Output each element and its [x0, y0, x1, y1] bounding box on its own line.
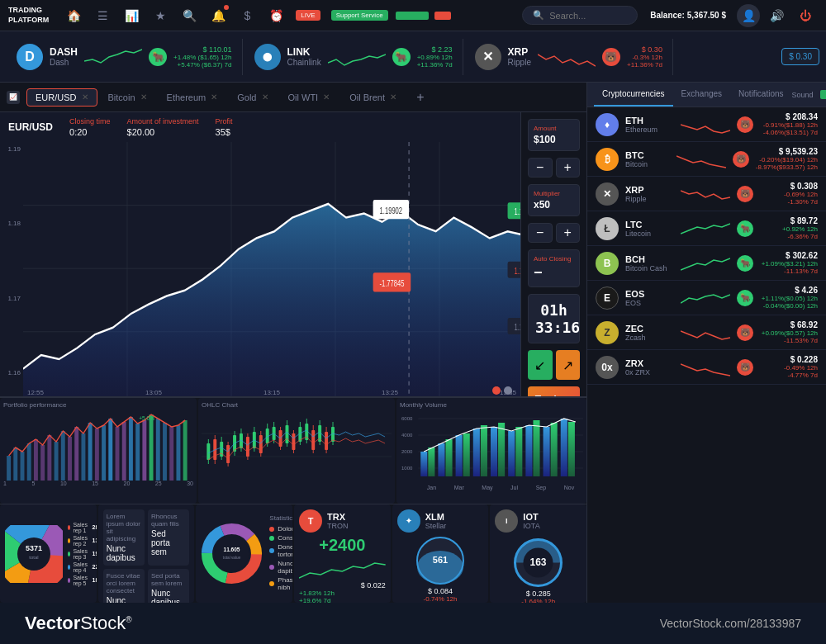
- watermark-left: VectorStock®: [25, 613, 132, 634]
- chart-tabs: 📈 EUR/USD ✕ Bitcoin ✕ Ethereum ✕ Gold ✕: [0, 83, 586, 112]
- iot-icon: I: [495, 509, 518, 533]
- eth-icon: ♦: [596, 113, 619, 136]
- dash-bull-icon: 🐂: [149, 48, 167, 66]
- crypto-item-zec[interactable]: Z ZEC Zcash 🐻 $ 68.92 +0.09%($0.57) 12h …: [587, 315, 826, 350]
- tab-ethereum[interactable]: Ethereum ✕: [158, 88, 227, 107]
- svg-rect-19: [7, 456, 11, 481]
- crypto-item-ltc[interactable]: Ł LTC Litecoin 🐂 $ 89.72 +0.92% 12h -6.3…: [587, 211, 826, 246]
- sell-button[interactable]: ↗: [556, 350, 581, 380]
- amount-increase[interactable]: +: [556, 158, 581, 178]
- ticker-item-xrp[interactable]: ✕ XRP Ripple 🐻 $ 0.30 -0.3% 12h +11.36% …: [465, 39, 673, 75]
- dash-icon: D: [17, 44, 43, 70]
- xlm-icon: ✦: [397, 509, 420, 533]
- crypto-item-eos[interactable]: E EOS EOS 🐂 $ 4.26 +1.11%($0.05) 12h -0.…: [587, 281, 826, 315]
- tab-oil-brent[interactable]: Oil Brent ✕: [340, 88, 406, 107]
- bottom-chart-2-svg: [202, 410, 392, 481]
- svg-rect-113: [561, 419, 567, 476]
- dollar-icon[interactable]: $: [235, 3, 259, 28]
- notification-icon[interactable]: 🔔: [206, 3, 230, 28]
- ltc-bull-icon: 🐂: [737, 220, 753, 237]
- tab-bitcoin-close[interactable]: ✕: [140, 92, 147, 102]
- svg-rect-38: [135, 424, 140, 481]
- ticker-item-dash[interactable]: D DASH Dash 🐂 $ 110.01 +1.48% ($1.65) 12…: [7, 39, 243, 75]
- tab-oil-wti[interactable]: Oil WTI ✕: [279, 88, 339, 107]
- buy-button[interactable]: ↙: [528, 350, 553, 380]
- svg-rect-40: [150, 414, 154, 481]
- zec-sparkline: [681, 323, 730, 343]
- clock-icon[interactable]: ⏰: [263, 3, 288, 28]
- svg-rect-35: [116, 427, 120, 481]
- multiplier-control[interactable]: Multiplier x50: [528, 184, 580, 216]
- search-input[interactable]: [549, 11, 627, 21]
- crypto-item-bch[interactable]: B BCH Bitcoin Cash 🐂 $ 302.62 +1.09%($3.…: [587, 246, 826, 281]
- info-box-2: Rhoncus quam filis Sed porta sem: [148, 509, 189, 566]
- chart-btn-red[interactable]: [492, 386, 501, 395]
- exchange-button[interactable]: Exchange: [528, 386, 580, 396]
- trx-sparkline: [299, 555, 386, 581]
- tab-oil-brent-close[interactable]: ✕: [390, 92, 396, 102]
- chart-btn-grey[interactable]: [504, 386, 512, 395]
- tab-exchanges[interactable]: Exchanges: [673, 83, 730, 107]
- user-avatar[interactable]: 👤: [737, 4, 760, 27]
- home-icon[interactable]: 🏠: [61, 3, 86, 28]
- tab-eurusd-close[interactable]: ✕: [82, 92, 88, 102]
- multiplier-decrease[interactable]: −: [528, 223, 553, 243]
- svg-rect-34: [108, 419, 112, 481]
- tab-gold[interactable]: Gold ✕: [228, 88, 277, 107]
- tab-ethereum-close[interactable]: ✕: [211, 92, 217, 102]
- volume-icon[interactable]: 🔊: [764, 3, 789, 28]
- crypto-item-btc[interactable]: ₿ BTC Bitcoin 🐻 $ 9,539.23 -0.20%($19.04…: [587, 142, 826, 177]
- svg-rect-43: [169, 427, 173, 481]
- link-symbol: LINK: [287, 46, 321, 58]
- x-axis: 12:55 13:05 13:15 13:25 13:35: [23, 389, 520, 396]
- list-icon[interactable]: ☰: [90, 3, 115, 28]
- crypto-item-xrp-sidebar[interactable]: ✕ XRP Ripple 🐻 $ 0.308 -0.69% 12h -1.30%…: [587, 177, 826, 211]
- amount-control[interactable]: Amount $100: [528, 119, 580, 151]
- svg-rect-42: [163, 423, 167, 481]
- svg-text:561: 561: [433, 555, 448, 565]
- tab-cryptocurrencies[interactable]: Cryptocurrencies: [594, 83, 673, 107]
- svg-rect-24: [40, 445, 45, 481]
- svg-rect-32: [95, 429, 99, 481]
- tab-gold-close[interactable]: ✕: [262, 92, 268, 102]
- svg-text:1.18000: 1.18000: [515, 321, 520, 332]
- multiplier-increase[interactable]: +: [556, 223, 581, 243]
- auto-closing-control[interactable]: Auto Closing −: [528, 249, 580, 287]
- ticker-item-link[interactable]: ⬤ LINK Chainlink 🐂 $ 2.23 +0.89% 12h +11…: [244, 39, 463, 75]
- svg-rect-107: [508, 431, 515, 476]
- tab-bitcoin[interactable]: Bitcoin ✕: [99, 88, 156, 107]
- svg-rect-45: [183, 420, 188, 481]
- svg-rect-30: [81, 433, 85, 481]
- chart-view-icon[interactable]: 📈: [7, 91, 20, 104]
- chart-panel: 📈 EUR/USD ✕ Bitcoin ✕ Ethereum ✕ Gold ✕: [0, 83, 586, 603]
- svg-rect-101: [456, 435, 463, 476]
- btc-bear-icon: 🐻: [733, 151, 749, 168]
- amount-decrease[interactable]: −: [528, 158, 553, 178]
- svg-text:-1.77845: -1.77845: [379, 277, 404, 288]
- widget-xlm: ✦ XLM Stellar 561 $ 0.: [392, 504, 489, 603]
- svg-rect-105: [491, 427, 497, 476]
- crypto-item-eth[interactable]: ♦ ETH Ethereum 🐻 $ 208.34 -0.91%($1.88) …: [587, 107, 826, 142]
- tab-eurusd[interactable]: EUR/USD ✕: [26, 88, 97, 107]
- btc-icon: ₿: [596, 148, 619, 171]
- link-chart: [328, 45, 386, 69]
- xrp-symbol: XRP: [508, 46, 531, 58]
- chart-icon[interactable]: 📊: [119, 3, 144, 28]
- tab-notifications[interactable]: Notifications: [730, 83, 791, 107]
- svg-rect-103: [473, 429, 480, 476]
- main-chart-svg: 1.19902 1.18450 1.18000 1.19902 -1.77845: [23, 142, 520, 396]
- watermark-right: VectorStock.com/28133987: [660, 617, 801, 630]
- svg-rect-39: [142, 420, 146, 481]
- search-icon[interactable]: 🔍: [177, 3, 202, 28]
- power-icon[interactable]: ⏻: [793, 3, 818, 28]
- search-bar[interactable]: 🔍: [522, 6, 638, 25]
- svg-rect-22: [27, 443, 31, 481]
- star-icon[interactable]: ★: [148, 3, 173, 28]
- add-tab-button[interactable]: +: [411, 88, 430, 107]
- crypto-item-zrx[interactable]: 0x ZRX 0x ZRX 🐻 $ 0.228 -0.49% 12h -4.77…: [587, 350, 826, 385]
- svg-rect-33: [102, 425, 106, 481]
- svg-rect-23: [34, 439, 38, 481]
- ltc-icon: Ł: [596, 217, 619, 240]
- tab-oil-wti-close[interactable]: ✕: [323, 92, 330, 102]
- svg-rect-106: [498, 423, 505, 476]
